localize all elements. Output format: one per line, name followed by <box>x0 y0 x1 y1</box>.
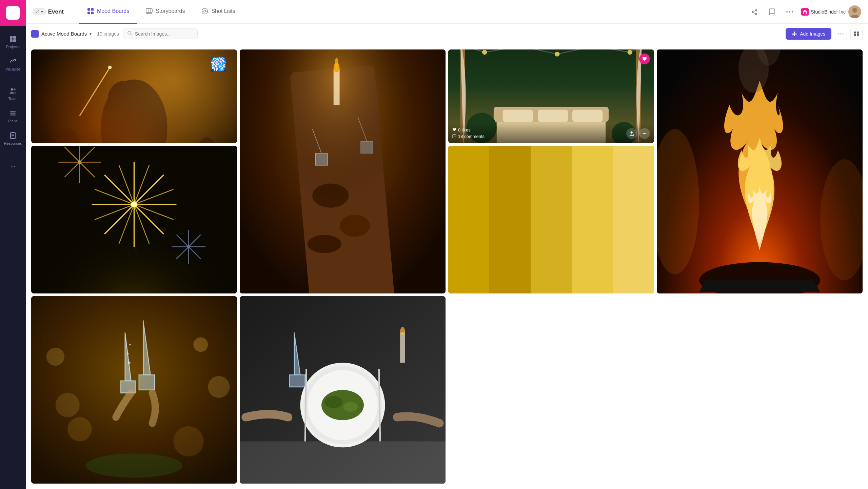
svg-rect-32 <box>804 12 806 14</box>
sidebar-divider-2 <box>6 153 20 153</box>
image-item-fireworks[interactable] <box>31 146 237 293</box>
svg-point-137 <box>67 417 92 441</box>
image-count: 10 images <box>97 31 119 37</box>
likes-count: 8 likes <box>458 127 471 133</box>
sidebar-more-btn[interactable]: ... <box>6 157 19 172</box>
team-icon <box>8 86 17 95</box>
svg-point-29 <box>786 11 788 13</box>
svg-point-130 <box>46 347 65 366</box>
svg-rect-2 <box>9 14 15 16</box>
image-item-toast[interactable] <box>31 296 237 484</box>
image-item-fire[interactable] <box>657 49 863 293</box>
add-images-button[interactable]: Add Images <box>786 28 831 40</box>
sidebar-item-resources[interactable]: Resources <box>0 128 26 149</box>
svg-point-133 <box>55 393 79 417</box>
mood-boards-tab-label: Mood Boards <box>97 8 129 14</box>
sidebar-item-plans[interactable]: Plans <box>0 105 26 126</box>
mood-board-dropdown-arrow: ▾ <box>90 32 92 36</box>
svg-rect-10 <box>10 111 16 112</box>
svg-rect-19 <box>87 12 90 15</box>
image-item-elegant-table[interactable] <box>240 296 446 484</box>
svg-rect-3 <box>10 36 13 39</box>
mood-board-selector[interactable]: Active Mood Boards ▾ <box>31 30 92 38</box>
project-tag: v1 ▾ Event <box>33 8 72 15</box>
sidebar-item-visualize[interactable]: Visualize <box>0 54 26 75</box>
user-section[interactable]: StudioBinder Inc <box>801 5 861 18</box>
svg-point-135 <box>127 352 129 354</box>
org-name: StudioBinder Inc <box>811 9 846 15</box>
upload-action-btn[interactable] <box>626 128 637 139</box>
mood-board-name: Active Mood Boards <box>41 31 87 37</box>
main-content: v1 ▾ Event Mood Boards <box>26 0 868 489</box>
user-avatar <box>848 5 861 18</box>
svg-rect-41 <box>857 32 859 34</box>
share-button[interactable] <box>748 6 761 18</box>
version-label: v1 <box>36 9 40 14</box>
svg-point-31 <box>792 11 793 13</box>
shot-lists-tab-label: Shot Lists <box>211 8 235 14</box>
image-item-palette[interactable] <box>448 146 654 293</box>
toolbar-more-button[interactable] <box>835 28 847 40</box>
svg-rect-17 <box>87 8 90 11</box>
org-icon <box>801 8 809 16</box>
mood-boards-tab-icon <box>87 7 94 15</box>
svg-rect-1 <box>9 12 14 14</box>
svg-point-39 <box>843 33 844 34</box>
svg-point-51 <box>101 80 167 143</box>
svg-rect-18 <box>91 8 94 11</box>
tab-storyboards[interactable]: Storyboards <box>137 0 193 24</box>
sidebar-item-team[interactable]: Team <box>0 83 26 104</box>
outdoor-image-actions <box>626 128 650 139</box>
navigation-tabs: Mood Boards Storyboards <box>79 0 243 23</box>
svg-line-53 <box>80 67 110 116</box>
shot-lists-tab-icon <box>201 7 209 15</box>
svg-rect-0 <box>9 10 16 12</box>
toolbar-grid-button[interactable] <box>850 28 863 40</box>
more-options-button[interactable] <box>784 6 796 18</box>
search-input[interactable] <box>135 31 193 37</box>
svg-point-73 <box>555 52 559 56</box>
svg-point-34 <box>852 8 857 13</box>
version-arrow: ▾ <box>41 9 43 14</box>
search-box <box>123 28 198 39</box>
resources-icon <box>8 131 17 140</box>
svg-rect-11 <box>10 113 16 114</box>
image-item-outdoor[interactable]: 8 likes 18 comments <box>448 49 654 143</box>
app-logo[interactable] <box>0 0 26 26</box>
plans-label: Plans <box>8 119 18 123</box>
version-badge[interactable]: v1 ▾ <box>33 8 46 15</box>
svg-point-132 <box>208 376 230 398</box>
svg-rect-78 <box>503 110 533 122</box>
likes-stat: 8 likes <box>452 127 485 133</box>
sidebar-item-projects[interactable]: Projects <box>0 31 26 52</box>
svg-rect-128 <box>31 146 237 293</box>
image-item-party[interactable] <box>31 49 237 143</box>
svg-point-134 <box>128 361 131 364</box>
comments-button[interactable] <box>766 6 778 18</box>
palette-strip-3 <box>531 146 572 293</box>
svg-rect-66 <box>240 49 446 293</box>
svg-point-30 <box>789 11 790 13</box>
svg-rect-12 <box>10 115 16 116</box>
more-action-btn[interactable] <box>639 128 650 139</box>
topnav-right: StudioBinder Inc <box>748 5 861 18</box>
projects-label: Projects <box>6 45 20 49</box>
tab-shot-lists[interactable]: Shot Lists <box>193 0 243 24</box>
outdoor-image-overlay: 8 likes 18 comments <box>448 123 654 143</box>
projects-icon <box>8 35 17 43</box>
storyboards-tab-label: Storyboards <box>156 8 185 14</box>
visualize-icon <box>8 57 17 66</box>
image-item-dining[interactable] <box>240 49 446 293</box>
visualize-label: Visualize <box>5 67 20 71</box>
svg-rect-21 <box>146 8 152 13</box>
svg-point-139 <box>86 453 183 477</box>
svg-line-36 <box>131 34 132 35</box>
svg-point-138 <box>174 426 204 456</box>
svg-rect-5 <box>10 39 13 42</box>
toolbar: Active Mood Boards ▾ 10 images Add Image… <box>26 24 868 44</box>
svg-point-38 <box>841 33 842 34</box>
svg-rect-57 <box>31 49 237 143</box>
image-grid: 8 likes 18 comments <box>26 44 868 489</box>
tab-mood-boards[interactable]: Mood Boards <box>79 0 137 24</box>
plans-icon <box>8 109 17 118</box>
